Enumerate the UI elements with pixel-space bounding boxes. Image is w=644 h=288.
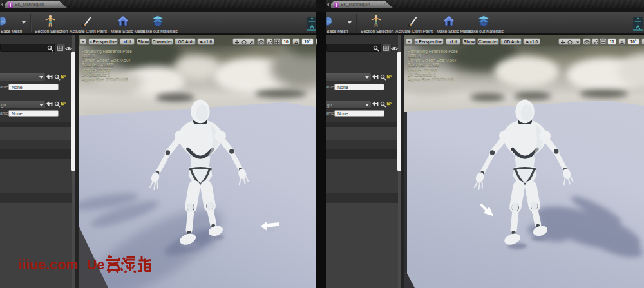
svg-text:Uе: Uе [87, 257, 105, 273]
svg-text:iiiue.com: iiiue.com [18, 257, 78, 273]
